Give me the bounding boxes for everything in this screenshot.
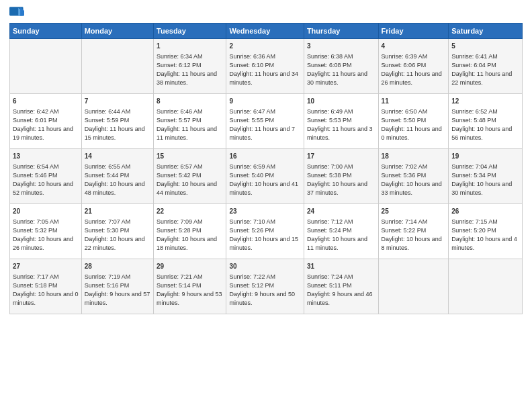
day-number: 7 <box>85 97 150 106</box>
day-cell: 1Sunrise: 6:34 AMSunset: 6:12 PMDaylight… <box>154 39 226 94</box>
day-number: 15 <box>157 152 223 161</box>
day-number: 16 <box>229 152 300 161</box>
week-row-1: 1Sunrise: 6:34 AMSunset: 6:12 PMDaylight… <box>10 39 523 94</box>
day-number: 29 <box>157 262 223 271</box>
day-number: 30 <box>229 262 300 271</box>
day-cell: 28Sunrise: 7:19 AMSunset: 5:16 PMDayligh… <box>81 259 153 314</box>
weekday-header-sunday: Sunday <box>10 24 82 39</box>
day-cell: 3Sunrise: 6:38 AMSunset: 6:08 PMDaylight… <box>304 39 378 94</box>
day-info: Sunrise: 6:42 AMSunset: 6:01 PMDaylight:… <box>13 108 73 141</box>
day-info: Sunrise: 7:12 AMSunset: 5:24 PMDaylight:… <box>307 218 367 251</box>
day-cell: 16Sunrise: 6:59 AMSunset: 5:40 PMDayligh… <box>226 149 304 204</box>
weekday-header-row: SundayMondayTuesdayWednesdayThursdayFrid… <box>10 24 523 39</box>
day-info: Sunrise: 6:50 AMSunset: 5:50 PMDaylight:… <box>382 108 442 141</box>
day-cell: 14Sunrise: 6:55 AMSunset: 5:44 PMDayligh… <box>81 149 153 204</box>
day-cell: 2Sunrise: 6:36 AMSunset: 6:10 PMDaylight… <box>226 39 304 94</box>
day-cell <box>81 39 153 94</box>
week-row-4: 20Sunrise: 7:05 AMSunset: 5:32 PMDayligh… <box>10 204 523 259</box>
day-cell: 13Sunrise: 6:54 AMSunset: 5:46 PMDayligh… <box>10 149 82 204</box>
weekday-header-friday: Friday <box>378 24 449 39</box>
day-info: Sunrise: 6:55 AMSunset: 5:44 PMDaylight:… <box>85 163 145 196</box>
day-info: Sunrise: 7:21 AMSunset: 5:14 PMDaylight:… <box>157 273 222 306</box>
day-cell: 12Sunrise: 6:52 AMSunset: 5:48 PMDayligh… <box>449 94 523 149</box>
header <box>9 7 523 19</box>
day-number: 2 <box>229 42 300 51</box>
day-info: Sunrise: 7:02 AMSunset: 5:36 PMDaylight:… <box>382 163 442 196</box>
day-number: 25 <box>382 207 446 216</box>
day-number: 13 <box>13 152 79 161</box>
day-number: 5 <box>451 42 519 51</box>
day-cell: 26Sunrise: 7:15 AMSunset: 5:20 PMDayligh… <box>449 204 523 259</box>
day-cell: 21Sunrise: 7:07 AMSunset: 5:30 PMDayligh… <box>81 204 153 259</box>
day-cell <box>449 259 523 314</box>
day-info: Sunrise: 6:36 AMSunset: 6:10 PMDaylight:… <box>229 53 298 86</box>
day-number: 22 <box>157 207 223 216</box>
logo <box>9 7 27 19</box>
day-cell: 11Sunrise: 6:50 AMSunset: 5:50 PMDayligh… <box>378 94 449 149</box>
day-info: Sunrise: 6:59 AMSunset: 5:40 PMDaylight:… <box>229 163 298 196</box>
day-number: 21 <box>85 207 150 216</box>
day-info: Sunrise: 6:54 AMSunset: 5:46 PMDaylight:… <box>13 163 73 196</box>
weekday-header-monday: Monday <box>81 24 153 39</box>
day-info: Sunrise: 6:46 AMSunset: 5:57 PMDaylight:… <box>157 108 217 141</box>
day-cell: 31Sunrise: 7:24 AMSunset: 5:11 PMDayligh… <box>304 259 378 314</box>
day-cell: 29Sunrise: 7:21 AMSunset: 5:14 PMDayligh… <box>154 259 226 314</box>
day-info: Sunrise: 7:22 AMSunset: 5:12 PMDaylight:… <box>229 273 295 306</box>
day-number: 9 <box>229 97 300 106</box>
day-cell: 6Sunrise: 6:42 AMSunset: 6:01 PMDaylight… <box>10 94 82 149</box>
day-number: 3 <box>307 42 375 51</box>
day-number: 8 <box>157 97 223 106</box>
weekday-header-wednesday: Wednesday <box>226 24 304 39</box>
day-cell: 23Sunrise: 7:10 AMSunset: 5:26 PMDayligh… <box>226 204 304 259</box>
day-cell: 9Sunrise: 6:47 AMSunset: 5:55 PMDaylight… <box>226 94 304 149</box>
day-info: Sunrise: 6:52 AMSunset: 5:48 PMDaylight:… <box>451 108 512 141</box>
day-cell: 4Sunrise: 6:39 AMSunset: 6:06 PMDaylight… <box>378 39 449 94</box>
weekday-header-thursday: Thursday <box>304 24 378 39</box>
day-cell: 8Sunrise: 6:46 AMSunset: 5:57 PMDaylight… <box>154 94 226 149</box>
weekday-header-saturday: Saturday <box>449 24 523 39</box>
day-number: 19 <box>451 152 519 161</box>
day-cell: 18Sunrise: 7:02 AMSunset: 5:36 PMDayligh… <box>378 149 449 204</box>
day-number: 27 <box>13 262 79 271</box>
day-number: 6 <box>13 97 79 106</box>
day-info: Sunrise: 6:34 AMSunset: 6:12 PMDaylight:… <box>157 53 217 86</box>
day-info: Sunrise: 6:38 AMSunset: 6:08 PMDaylight:… <box>307 53 367 86</box>
day-number: 18 <box>382 152 446 161</box>
day-cell: 15Sunrise: 6:57 AMSunset: 5:42 PMDayligh… <box>154 149 226 204</box>
day-number: 24 <box>307 207 375 216</box>
day-number: 17 <box>307 152 375 161</box>
day-info: Sunrise: 6:41 AMSunset: 6:04 PMDaylight:… <box>451 53 512 86</box>
day-number: 1 <box>157 42 223 51</box>
day-number: 14 <box>85 152 150 161</box>
day-info: Sunrise: 6:49 AMSunset: 5:53 PMDaylight:… <box>307 108 373 141</box>
day-cell: 22Sunrise: 7:09 AMSunset: 5:28 PMDayligh… <box>154 204 226 259</box>
day-number: 11 <box>382 97 446 106</box>
day-info: Sunrise: 6:47 AMSunset: 5:55 PMDaylight:… <box>229 108 295 141</box>
day-cell: 7Sunrise: 6:44 AMSunset: 5:59 PMDaylight… <box>81 94 153 149</box>
day-info: Sunrise: 7:04 AMSunset: 5:34 PMDaylight:… <box>451 163 512 196</box>
calendar-container: SundayMondayTuesdayWednesdayThursdayFrid… <box>0 0 532 321</box>
day-cell: 25Sunrise: 7:14 AMSunset: 5:22 PMDayligh… <box>378 204 449 259</box>
day-info: Sunrise: 7:24 AMSunset: 5:11 PMDaylight:… <box>307 273 373 306</box>
week-row-3: 13Sunrise: 6:54 AMSunset: 5:46 PMDayligh… <box>10 149 523 204</box>
day-cell <box>10 39 82 94</box>
day-number: 31 <box>307 262 375 271</box>
day-info: Sunrise: 7:10 AMSunset: 5:26 PMDaylight:… <box>229 218 298 251</box>
week-row-2: 6Sunrise: 6:42 AMSunset: 6:01 PMDaylight… <box>10 94 523 149</box>
day-number: 4 <box>382 42 446 51</box>
day-cell <box>378 259 449 314</box>
day-number: 20 <box>13 207 79 216</box>
day-info: Sunrise: 6:57 AMSunset: 5:42 PMDaylight:… <box>157 163 217 196</box>
week-row-5: 27Sunrise: 7:17 AMSunset: 5:18 PMDayligh… <box>10 259 523 314</box>
day-number: 26 <box>451 207 519 216</box>
day-cell: 20Sunrise: 7:05 AMSunset: 5:32 PMDayligh… <box>10 204 82 259</box>
day-cell: 19Sunrise: 7:04 AMSunset: 5:34 PMDayligh… <box>449 149 523 204</box>
day-number: 23 <box>229 207 300 216</box>
day-info: Sunrise: 7:19 AMSunset: 5:16 PMDaylight:… <box>85 273 150 306</box>
day-info: Sunrise: 7:14 AMSunset: 5:22 PMDaylight:… <box>382 218 442 251</box>
day-cell: 24Sunrise: 7:12 AMSunset: 5:24 PMDayligh… <box>304 204 378 259</box>
day-number: 28 <box>85 262 150 271</box>
day-cell: 5Sunrise: 6:41 AMSunset: 6:04 PMDaylight… <box>449 39 523 94</box>
day-info: Sunrise: 7:05 AMSunset: 5:32 PMDaylight:… <box>13 218 73 251</box>
day-number: 10 <box>307 97 375 106</box>
